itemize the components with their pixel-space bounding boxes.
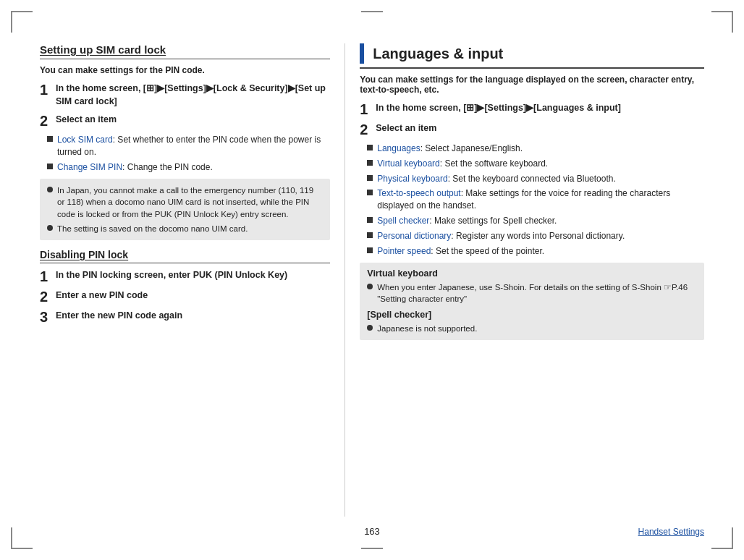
right-bullet-4-content: Text-to-speech output: Make settings for… <box>377 187 704 212</box>
bottom-mark <box>361 548 383 549</box>
blue-bar <box>360 43 364 64</box>
bullet-1-text: Lock SIM card: Set whether to enter the … <box>57 134 330 158</box>
corner-mark-br <box>711 527 733 549</box>
right-title-text: Languages & input <box>373 46 503 62</box>
right-bullet-4-hl: Text-to-speech output <box>377 188 460 198</box>
right-bullet-6: Personal dictionary: Register any words … <box>367 230 704 242</box>
sub-step-2-text: Enter a new PIN code <box>56 289 148 302</box>
sub-step-1-number: 1 <box>40 269 51 284</box>
right-bullet-3-rest: : Set the keyboard connected via Bluetoo… <box>448 174 616 184</box>
bullet-list-right: Languages: Select Japanese/English. Virt… <box>367 143 704 257</box>
step-2-number: 2 <box>40 114 51 128</box>
virtual-keyboard-info: When you enter Japanese, use S-Shoin. Fo… <box>367 281 697 305</box>
square-bullet-1 <box>47 136 53 142</box>
bullet-2-text: Change SIM PIN: Change the PIN code. <box>57 161 213 174</box>
right-bullet-3-hl: Physical keyboard <box>377 174 447 184</box>
right-sq-bullet-6 <box>367 232 373 238</box>
step-1: 1 In the home screen, [⊞]▶[Settings]▶[Lo… <box>40 82 330 108</box>
right-sq-bullet-4 <box>367 190 373 195</box>
right-bullet-5-rest: : Make settings for Spell checker. <box>429 216 557 226</box>
right-info-box: Virtual keyboard When you enter Japanese… <box>360 263 704 339</box>
page: Setting up SIM card lock You can make se… <box>0 0 744 560</box>
bullet-2-rest: : Change the PIN code. <box>122 162 213 172</box>
sub-step-3-text: Enter the new PIN code again <box>56 310 182 323</box>
right-step-2-number: 2 <box>360 122 371 137</box>
step-2: 2 Select an item <box>40 114 330 128</box>
bullet-1-highlight: Lock SIM card <box>57 135 113 145</box>
right-bullet-4: Text-to-speech output: Make settings for… <box>367 187 704 212</box>
info-text-1: In Japan, you cannot make a call to the … <box>57 184 323 219</box>
sub-step-1-text: In the PIN locking screen, enter PUK (PI… <box>56 269 287 282</box>
circle-bullet-2 <box>47 225 53 231</box>
page-footer: 163 Handset Settings <box>40 526 704 537</box>
right-bullet-1: Languages: Select Japanese/English. <box>367 143 704 155</box>
right-bullet-5-hl: Spell checker <box>377 216 429 226</box>
right-step-2: 2 Select an item <box>360 122 704 137</box>
virtual-keyboard-text: When you enter Japanese, use S-Shoin. Fo… <box>377 281 697 305</box>
left-section-title: Setting up SIM card lock <box>40 43 330 59</box>
corner-mark-tr <box>711 11 733 33</box>
footer-link[interactable]: Handset Settings <box>638 527 704 537</box>
right-bullet-6-rest: : Register any words into Personal dicti… <box>451 231 625 241</box>
spell-checker-title: [Spell checker] <box>367 310 697 320</box>
step-2-text: Select an item <box>56 114 117 127</box>
circle-bullet-1 <box>47 187 53 192</box>
right-bullet-1-hl: Languages <box>377 143 420 153</box>
right-bullet-5: Spell checker: Make settings for Spell c… <box>367 215 704 227</box>
info-box-left: In Japan, you cannot make a call to the … <box>40 179 330 239</box>
right-bullet-2: Virtual keyboard: Set the software keybo… <box>367 158 704 170</box>
square-bullet-2 <box>47 164 53 169</box>
sc-circle-bullet <box>367 325 373 331</box>
right-bullet-2-rest: : Set the software keyboard. <box>440 158 548 169</box>
bullet-item-2: Change SIM PIN: Change the PIN code. <box>47 161 330 174</box>
right-bullet-1-rest: : Select Japanese/English. <box>420 143 523 153</box>
right-sq-bullet-3 <box>367 175 373 181</box>
bullet-item-1: Lock SIM card: Set whether to enter the … <box>47 134 330 158</box>
sub-step-3-number: 3 <box>40 310 51 324</box>
vk-circle-bullet <box>367 284 373 289</box>
subsection-title: Disabling PIN lock <box>40 249 330 263</box>
right-sq-bullet-7 <box>367 247 373 253</box>
right-bullet-3: Physical keyboard: Set the keyboard conn… <box>367 173 704 185</box>
top-mark <box>361 11 383 12</box>
info-item-1: In Japan, you cannot make a call to the … <box>47 184 323 219</box>
right-bullet-2-hl: Virtual keyboard <box>377 158 440 169</box>
content-area: Setting up SIM card lock You can make se… <box>40 43 704 517</box>
right-bullet-7-content: Pointer speed: Set the speed of the poin… <box>377 245 544 258</box>
page-number: 163 <box>261 526 483 537</box>
virtual-keyboard-title: Virtual keyboard <box>367 268 697 279</box>
corner-mark-bl <box>11 527 33 549</box>
left-intro: You can make settings for the PIN code. <box>40 65 330 75</box>
right-bullet-3-content: Physical keyboard: Set the keyboard conn… <box>377 173 616 185</box>
right-bullet-5-content: Spell checker: Make settings for Spell c… <box>377 215 557 227</box>
right-bullet-7-rest: : Set the speed of the pointer. <box>431 246 544 256</box>
sub-step-3: 3 Enter the new PIN code again <box>40 310 330 324</box>
right-sq-bullet-1 <box>367 145 373 150</box>
left-column: Setting up SIM card lock You can make se… <box>40 43 345 517</box>
right-bullet-6-content: Personal dictionary: Register any words … <box>377 230 625 242</box>
corner-mark-tl <box>11 11 33 33</box>
right-bullet-1-content: Languages: Select Japanese/English. <box>377 143 523 155</box>
bullet-list-left: Lock SIM card: Set whether to enter the … <box>47 134 330 173</box>
right-step-1-text: In the home screen, [⊞]▶[Settings]▶[Lang… <box>376 102 621 115</box>
bullet-2-highlight: Change SIM PIN <box>57 162 122 172</box>
sub-step-1: 1 In the PIN locking screen, enter PUK (… <box>40 269 330 284</box>
right-step-1-number: 1 <box>360 102 371 116</box>
right-sq-bullet-5 <box>367 217 373 223</box>
right-bullet-6-hl: Personal dictionary <box>377 231 451 241</box>
info-item-2: The setting is saved on the docomo nano … <box>47 223 323 234</box>
right-bullet-7: Pointer speed: Set the speed of the poin… <box>367 245 704 258</box>
right-sq-bullet-2 <box>367 160 373 166</box>
info-text-2: The setting is saved on the docomo nano … <box>57 223 248 234</box>
right-bullet-7-hl: Pointer speed <box>377 246 431 256</box>
spell-checker-text: Japanese is not supported. <box>377 323 477 334</box>
right-step-2-text: Select an item <box>376 122 436 135</box>
right-bullet-2-content: Virtual keyboard: Set the software keybo… <box>377 158 548 170</box>
right-step-1: 1 In the home screen, [⊞]▶[Settings]▶[La… <box>360 102 704 116</box>
spell-checker-info: Japanese is not supported. <box>367 323 697 334</box>
right-column: Languages & input You can make settings … <box>345 43 704 517</box>
sub-step-2-number: 2 <box>40 289 51 304</box>
step-1-number: 1 <box>40 82 51 97</box>
right-section-title: Languages & input <box>360 43 704 69</box>
sub-step-2: 2 Enter a new PIN code <box>40 289 330 304</box>
